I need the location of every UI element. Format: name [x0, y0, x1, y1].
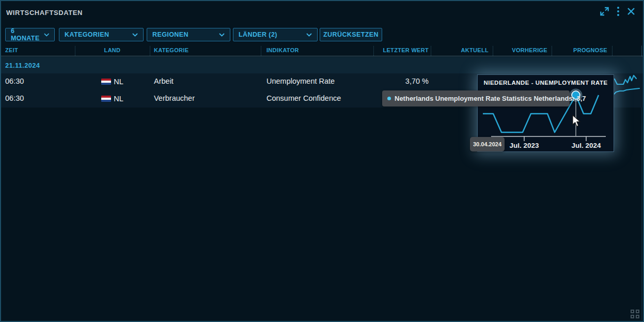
indicator-cell: Unemployment Rate — [266, 77, 335, 85]
window-title: WIRTSCHAFTSDATEN — [6, 9, 83, 17]
last-value-cell: 3,70 % — [373, 77, 429, 85]
series-tooltip-text: Netherlands Unemployment Rate Statistics… — [395, 95, 586, 102]
titlebar: WIRTSCHAFTSDATEN — [1, 1, 643, 23]
countries-dropdown[interactable]: LÄNDER (2) — [233, 28, 318, 41]
country-code: NL — [114, 95, 123, 103]
chevron-down-icon — [219, 33, 225, 37]
country-cell: NL — [75, 95, 150, 103]
header-aktuell[interactable]: AKTUELL — [431, 47, 489, 53]
hover-date-label: 30.04.2024 — [470, 137, 505, 151]
series-bullet-icon — [387, 97, 391, 100]
nl-flag-icon — [101, 96, 111, 102]
regions-dropdown-label: REGIONEN — [152, 31, 189, 38]
category-cell: Verbraucher — [154, 94, 195, 102]
column-separator — [552, 46, 552, 56]
countries-dropdown-label: LÄNDER (2) — [239, 31, 277, 38]
nl-flag-icon — [101, 79, 111, 85]
column-separator — [493, 46, 493, 56]
regions-dropdown[interactable]: REGIONEN — [147, 28, 230, 41]
country-code: NL — [114, 78, 123, 86]
layout-grid-icon[interactable] — [631, 310, 640, 319]
x-tick-label: Jul. 2023 — [509, 142, 539, 149]
column-separator — [373, 46, 374, 56]
categories-dropdown[interactable]: KATEGORIEN — [59, 28, 144, 41]
country-cell: NL — [75, 78, 150, 86]
close-icon[interactable] — [626, 7, 636, 16]
chevron-down-icon — [306, 33, 312, 37]
expand-icon[interactable] — [599, 6, 610, 17]
header-zeit[interactable]: ZEIT — [5, 47, 18, 53]
categories-dropdown-label: KATEGORIEN — [65, 31, 109, 38]
chevron-down-icon — [44, 33, 49, 37]
column-separator — [150, 46, 150, 56]
economic-data-widget: WIRTSCHAFTSDATEN 6 MONATE KATEGORIEN — [0, 0, 644, 322]
period-dropdown-label: 6 MONATE — [11, 27, 44, 42]
series-tooltip: Netherlands Unemployment Rate Statistics… — [382, 90, 570, 106]
header-letzter-wert[interactable]: LETZTER WERT — [373, 47, 429, 53]
x-tick-label: Jul. 2024 — [571, 142, 601, 149]
column-separator — [75, 46, 75, 56]
kebab-menu-icon[interactable] — [617, 6, 620, 17]
date-group-label: 21.11.2024 — [5, 62, 40, 69]
chevron-down-icon — [132, 33, 138, 37]
header-land[interactable]: LAND — [75, 47, 150, 53]
mouse-cursor-icon — [572, 115, 582, 128]
category-cell: Arbeit — [154, 77, 174, 85]
sparkline-chart[interactable] — [612, 87, 640, 96]
header-vorherige[interactable]: VORHERIGE — [493, 47, 547, 53]
table-header: ZEIT LAND KATEGORIE INDIKATOR LETZTER WE… — [1, 45, 643, 56]
filter-bar: 6 MONATE KATEGORIEN REGIONEN LÄNDER (2) … — [1, 28, 643, 41]
reset-button[interactable]: ZURÜCKSETZEN — [320, 28, 382, 41]
period-dropdown[interactable]: 6 MONATE — [5, 28, 55, 41]
column-separator — [431, 46, 431, 56]
date-group-row: 21.11.2024 — [1, 57, 643, 73]
header-prognose[interactable]: PROGNOSE — [552, 47, 607, 53]
time-cell: 06:30 — [5, 94, 24, 102]
indicator-cell: Consumer Confidence — [266, 94, 341, 102]
column-separator — [261, 46, 261, 56]
header-kategorie[interactable]: KATEGORIE — [154, 47, 189, 53]
column-separator — [612, 46, 612, 56]
header-indikator[interactable]: INDIKATOR — [266, 47, 299, 53]
reset-button-label: ZURÜCKSETZEN — [323, 31, 379, 38]
sparkline-chart[interactable] — [614, 74, 640, 87]
time-cell: 06:30 — [5, 77, 24, 85]
